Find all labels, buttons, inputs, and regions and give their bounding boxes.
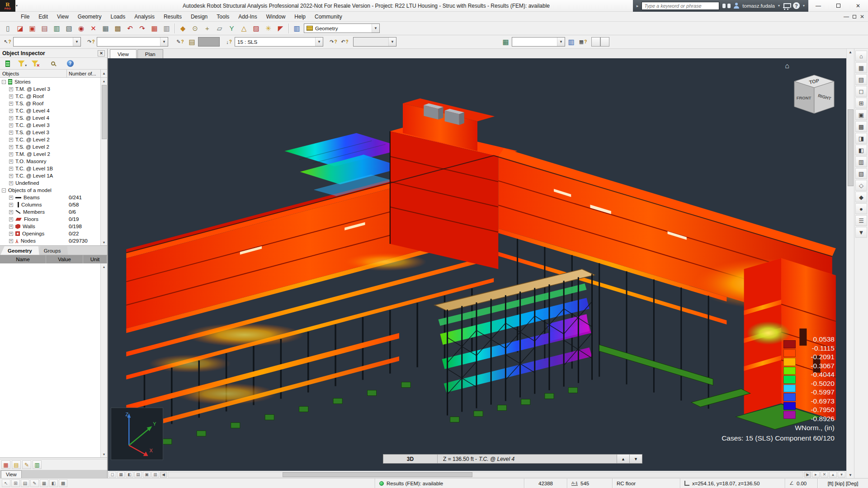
horizontal-scrollbar[interactable] [168,472,803,478]
tree-expander[interactable]: + [9,145,13,149]
tree-item[interactable]: + T.C. @ Level 1A [0,172,100,179]
tree-expander[interactable]: + [9,232,13,236]
case-next-button[interactable]: ↷? [328,37,339,47]
print-preview-button[interactable]: ▥ [51,23,63,34]
tree-item[interactable]: + Floors 0/19 [0,216,100,223]
menu-item[interactable]: Community [310,14,347,20]
layers-button[interactable]: ◧ [49,479,58,487]
tree-item[interactable]: + T.C. @ Level 1B [0,165,100,172]
tree-expander[interactable]: + [9,123,13,127]
aux-button-2[interactable] [600,37,609,47]
display-style-button[interactable]: ▤ [855,74,867,85]
new-file-button[interactable]: ▯ [2,23,14,34]
tree-item[interactable]: + T.M. @ Level 3 [0,85,100,93]
scrollbar-thumb[interactable] [102,85,107,139]
minimize-button[interactable]: — [808,0,828,12]
redo-button[interactable]: ↷ [136,23,148,34]
workplane-button[interactable]: ▩ [59,479,67,487]
tree-expander[interactable]: + [9,217,13,221]
stress-display-button[interactable]: ◆ [855,192,867,202]
select-pointer-button[interactable]: ↖? [2,37,13,47]
tree-expander[interactable]: + [9,160,13,164]
case-prev-button[interactable]: ↶? [339,37,350,47]
color-swatch-button[interactable] [198,37,220,47]
tree-expander[interactable]: + [9,167,13,171]
stories-view-button[interactable] [2,59,13,68]
aux-button-1[interactable] [591,37,600,47]
tables-button[interactable]: ▦ [1,460,10,469]
tree-item[interactable]: + Walls 0/198 [0,223,100,230]
clear-filter-button[interactable]: ✕ [29,59,40,68]
measure-button[interactable]: △ [238,23,250,34]
view-level-cell[interactable]: Z = 136.50 ft - T.C. @ Level 4 [438,455,617,463]
scroll-down-icon[interactable]: ▼ [847,472,854,478]
scroll-up-icon[interactable]: ▲ [847,49,854,55]
home-view-icon[interactable]: ⌂ [785,62,789,70]
menu-item[interactable]: Design [186,14,212,20]
inspector-help-button[interactable]: ? [65,59,75,68]
menu-item[interactable]: Analysis [130,14,159,20]
tree-item[interactable]: + Openings 0/22 [0,230,100,237]
map-display-button[interactable]: ▥ [565,36,577,47]
mdi-minimize-button[interactable]: — [844,14,849,20]
view-opt-icon-4[interactable]: ▾ [838,472,845,478]
tree-expander[interactable]: + [9,138,13,142]
numbers-display-button[interactable]: ▥ [855,156,867,167]
tree-scrollbar[interactable]: ▲ ▼ [100,78,107,245]
menu-item[interactable]: Window [262,14,290,20]
display-opt-icon-5[interactable]: ▣ [143,472,151,478]
menu-item[interactable]: Add-Ins [234,14,261,20]
menu-item[interactable]: Loads [106,14,130,20]
infocenter-collapse-icon[interactable]: ▸ [637,4,639,8]
cube-front-label[interactable]: FRONT [797,95,811,100]
panel-window-button[interactable]: ▤ [186,36,198,47]
tree-expander[interactable]: + [9,102,13,106]
copy-button[interactable]: ▦ [99,23,112,34]
zoom-button[interactable]: ⊙ [189,23,201,34]
scroll-up-icon[interactable]: ▲ [100,70,107,77]
scroll-down-button[interactable]: ▼ [855,227,867,238]
tree-item[interactable]: - Objects of a model [0,187,100,194]
tree-item[interactable]: + Nodes 0/29730 [0,237,100,244]
display-opt-icon-2[interactable]: ▦ [117,472,125,478]
tab-plan[interactable]: Plan [137,49,163,58]
tree-item[interactable]: + Undefined [0,179,100,187]
load-case-combo[interactable]: 15 : SLS ▼ [235,37,323,47]
deformation-display-button[interactable]: ◇ [855,180,867,191]
display-opt-icon-3[interactable]: ◧ [126,472,133,478]
scroll-down-icon[interactable]: ▼ [101,239,107,245]
tools-wrench-button[interactable]: ◤ [274,23,287,34]
edit-selection-button[interactable]: ✎? [175,37,186,47]
open-folder-button[interactable]: ◪ [14,23,26,34]
search-input[interactable] [642,2,719,10]
3d-viewport[interactable]: ⌂ TOP FRONT RIGHT Z [108,58,846,471]
tree-expander[interactable]: - [2,188,6,192]
display-opt-icon-6[interactable]: ▥ [151,472,159,478]
scrollbar-thumb[interactable] [848,109,854,186]
map-help-button[interactable]: ▦? [577,37,589,47]
menu-item[interactable]: View [52,14,73,20]
edit-mode-button[interactable]: ✎ [30,479,39,487]
grid-toggle-button[interactable]: ▦ [40,479,48,487]
tree-expander[interactable]: + [9,116,13,120]
user-name[interactable]: tomasz.fudala [742,3,775,9]
tree-expander[interactable]: + [9,109,13,113]
attributes-display-button[interactable]: ▩ [855,121,867,132]
tree-item[interactable]: + T.S. @ Level 2 [0,143,100,150]
chevron-down-icon[interactable]: ▼ [557,38,565,46]
view-mode-cell[interactable]: 3D [383,455,438,463]
view-opt-icon-1[interactable]: ▸ [812,472,820,478]
tab-geometry[interactable]: Geometry [0,246,39,255]
find-in-document-button[interactable]: ▧ [63,23,75,34]
tree-item[interactable]: + T.C. @ Level 3 [0,122,100,129]
help-icon[interactable]: ? [793,2,800,9]
calculator-button[interactable]: ▦ [148,23,160,34]
tree-item[interactable]: + T.C. @ Level 4 [0,107,100,114]
chevron-down-icon[interactable]: ▼ [160,38,168,46]
printout-button[interactable]: ▤ [12,460,21,469]
pan-button[interactable]: + [201,23,213,34]
print-button[interactable]: ▤ [38,23,51,34]
view-opt-icon-3[interactable]: ▴ [829,472,837,478]
tree-expander[interactable]: + [9,131,13,135]
app-menu-caret-icon[interactable]: ▾ [16,4,18,8]
